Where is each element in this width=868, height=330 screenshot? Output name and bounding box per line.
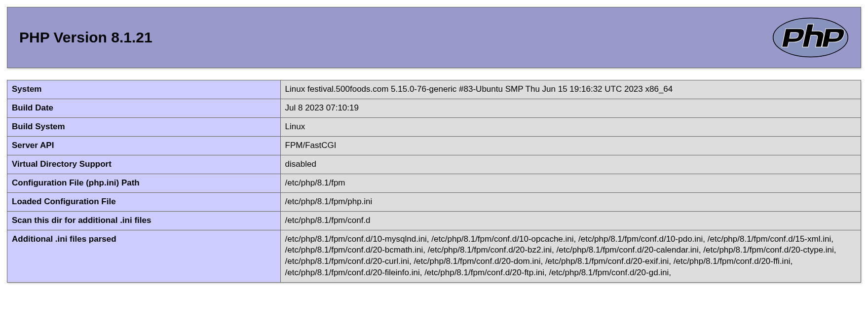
config-label: Configuration File (php.ini) Path (7, 174, 281, 192)
config-label: Scan this dir for additional .ini files (7, 211, 281, 230)
config-label: Server API (7, 136, 281, 155)
config-value: Linux (280, 117, 861, 136)
config-label: Loaded Configuration File (7, 192, 281, 211)
config-value: disabled (280, 155, 861, 174)
config-label: Additional .ini files parsed (7, 230, 281, 283)
config-label: Virtual Directory Support (7, 155, 281, 174)
phpinfo-header: PHP Version 8.1.21 (7, 7, 861, 68)
table-row: Scan this dir for additional .ini files/… (7, 211, 861, 230)
table-row: Additional .ini files parsed/etc/php/8.1… (7, 230, 861, 283)
table-row: Configuration File (php.ini) Path/etc/ph… (7, 174, 861, 192)
config-label: Build System (7, 117, 281, 136)
config-label: System (7, 80, 281, 99)
table-row: Server APIFPM/FastCGI (7, 136, 861, 155)
table-row: Loaded Configuration File/etc/php/8.1/fp… (7, 192, 861, 211)
phpinfo-table: SystemLinux festival.500foods.com 5.15.0… (7, 80, 861, 283)
config-value: /etc/php/8.1/fpm/php.ini (280, 192, 861, 211)
config-value: /etc/php/8.1/fpm/conf.d/10-mysqlnd.ini, … (280, 230, 861, 283)
config-value: FPM/FastCGI (280, 136, 861, 155)
php-logo (772, 17, 849, 58)
config-value: /etc/php/8.1/fpm (280, 174, 861, 192)
config-value: /etc/php/8.1/fpm/conf.d (280, 211, 861, 230)
config-value: Jul 8 2023 07:10:19 (280, 99, 861, 117)
page-title: PHP Version 8.1.21 (19, 29, 152, 46)
php-logo-icon (772, 17, 849, 58)
table-row: SystemLinux festival.500foods.com 5.15.0… (7, 80, 861, 99)
table-row: Build DateJul 8 2023 07:10:19 (7, 99, 861, 117)
config-label: Build Date (7, 99, 281, 117)
table-row: Virtual Directory Supportdisabled (7, 155, 861, 174)
config-value: Linux festival.500foods.com 5.15.0-76-ge… (280, 80, 861, 99)
table-row: Build SystemLinux (7, 117, 861, 136)
